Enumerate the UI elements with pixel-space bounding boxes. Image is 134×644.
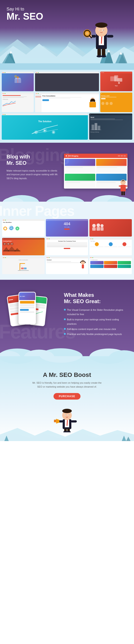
- boost-title: A Mr. SEO Boost: [6, 372, 128, 378]
- inner-pages-section: Inner Pages Our Workflow: [0, 202, 134, 280]
- svg-point-46: [118, 82, 120, 84]
- inner-pages-grid-wrapper: Our Workflow: [2, 204, 132, 278]
- blogging-bg-text: Blogging: [0, 145, 70, 165]
- screenshots-row-2: t Refreshes: [2, 92, 132, 112]
- hours: 48: [7, 243, 10, 245]
- svg-point-121: [68, 415, 69, 415]
- screenshot-refreshes[interactable]: t Refreshes: [2, 92, 34, 112]
- phone-center: Mr. SEO: [18, 292, 36, 324]
- construction-svg: [18, 261, 29, 271]
- graph-icon: [2, 100, 16, 106]
- features-phones-group: Mr. SEO SEO: [6, 291, 60, 339]
- dot-green-5: [5, 114, 5, 115]
- mins: 42: [10, 243, 13, 245]
- purchase-button[interactable]: PURCHASE: [54, 393, 80, 400]
- consultation-label: Free Consultation: [42, 95, 98, 97]
- screenshots-section-1: Having a planfeels good.: [0, 70, 134, 143]
- hero-title: Mr. SEO: [6, 12, 43, 21]
- devices-icon: [110, 74, 123, 85]
- solution-text: The Solution: [38, 120, 52, 123]
- thumb-coming-soon[interactable]: Coming Soon 16 48 42: [2, 238, 45, 255]
- error-label: Error page: [65, 226, 69, 228]
- construction-content: Under Construction: [2, 258, 45, 272]
- screenshot-solution[interactable]: The Solution $: [2, 114, 88, 140]
- features-clouds: [0, 343, 134, 356]
- inner-row-3: Under Construction: [2, 257, 132, 274]
- workflow-label: Our Workflow: [3, 222, 44, 223]
- screenshot-need[interactable]: Need Moving to Moving: [89, 114, 132, 140]
- contact2-content: Contact: [46, 258, 88, 264]
- screenshot-plan-yellow[interactable]: Having a plan: [100, 92, 132, 112]
- svg-marker-124: [56, 419, 59, 424]
- thumb-empty-right[interactable]: [89, 219, 132, 236]
- contact-label: Contact Our Customer Form: [47, 240, 87, 242]
- landscape-svg: [3, 246, 20, 252]
- moving-text: Moving to Moving: [90, 132, 131, 133]
- construction-label: Under Construction: [19, 259, 28, 260]
- feature-bullet-1: [64, 309, 66, 310]
- svg-rect-59: [95, 123, 97, 130]
- svg-rect-60: [98, 126, 100, 130]
- dot-green-3: [5, 93, 5, 94]
- avatar-grid: [90, 261, 131, 268]
- hero-character: [82, 10, 121, 58]
- workflow-content: Our Workflow: [2, 221, 45, 235]
- dot-red-5: [2, 114, 3, 115]
- svg-point-76: [4, 228, 6, 230]
- boost-landscape-svg: [0, 424, 134, 441]
- inner-row-1: Our Workflow: [2, 219, 132, 236]
- plan-yellow-text: Having a plan: [101, 95, 132, 96]
- boost-clouds-top-svg: [0, 356, 134, 369]
- svg-rect-24: [107, 35, 113, 38]
- svg-point-22: [103, 30, 104, 30]
- thumb-error[interactable]: 404 Error page: [46, 219, 88, 236]
- thumb-contact[interactable]: Contact Our Customer Form: [46, 238, 88, 255]
- team-label: The Team: [90, 240, 131, 242]
- svg-rect-30: [97, 49, 101, 56]
- blog-card-2: [96, 159, 127, 173]
- dot-red: [2, 72, 3, 73]
- screenshot-abstract[interactable]: [2, 72, 34, 91]
- svg-point-110: [0, 356, 37, 364]
- need-text: Need: [90, 116, 131, 118]
- blogging-section: Blogging Blog with Mr. SEO Make relevant…: [0, 143, 134, 202]
- svg-point-86: [97, 224, 100, 227]
- svg-rect-48: [89, 102, 96, 107]
- boost-bottom-landscape: [0, 424, 134, 441]
- thumb-workflow[interactable]: Our Workflow: [2, 219, 45, 236]
- thumb-construction[interactable]: Under Construction: [2, 257, 45, 274]
- svg-point-38: [14, 75, 17, 78]
- headset-person: [78, 259, 87, 270]
- clouds-svg: [0, 191, 134, 202]
- screenshot-devices-red[interactable]: Your: [100, 72, 132, 91]
- feature-item-1: The Visual Composer & the Slider Revolut…: [64, 308, 128, 317]
- svg-rect-2: [0, 63, 134, 70]
- dot-red-4: [36, 93, 37, 94]
- thumb-contact-2[interactable]: Contact: [46, 257, 88, 274]
- svg-line-83: [13, 228, 15, 228]
- svg-rect-85: [92, 228, 96, 231]
- solution-content: The Solution $: [2, 115, 88, 140]
- thumb-collaborators[interactable]: A Collaborators: [89, 257, 132, 274]
- icons-row: [101, 101, 113, 106]
- svg-point-88: [101, 224, 104, 227]
- dot-yellow: [4, 72, 4, 73]
- svg-line-96: [20, 264, 23, 267]
- workflow-svg: [3, 224, 20, 234]
- features-clouds-svg: [0, 343, 134, 356]
- thumb-team[interactable]: The Team: [89, 238, 132, 255]
- team-content: The Team: [89, 240, 132, 248]
- solution-graph: $: [32, 124, 58, 135]
- blogging-right: SEO Blogging: [64, 154, 128, 188]
- svg-rect-97: [21, 268, 24, 269]
- svg-rect-89: [101, 227, 104, 231]
- screenshot-having-plan[interactable]: Having a planfeels good.: [35, 72, 99, 91]
- need-content: Need Moving to Moving: [89, 115, 132, 134]
- coming-soon-content: Coming Soon 16 48 42: [2, 240, 45, 253]
- svg-rect-45: [118, 78, 122, 82]
- svg-rect-123: [71, 420, 77, 422]
- screenshot-consultation[interactable]: Free Consultation: [35, 92, 99, 112]
- svg-line-82: [7, 228, 9, 228]
- svg-rect-65: [125, 186, 128, 186]
- svg-point-33: [101, 55, 106, 58]
